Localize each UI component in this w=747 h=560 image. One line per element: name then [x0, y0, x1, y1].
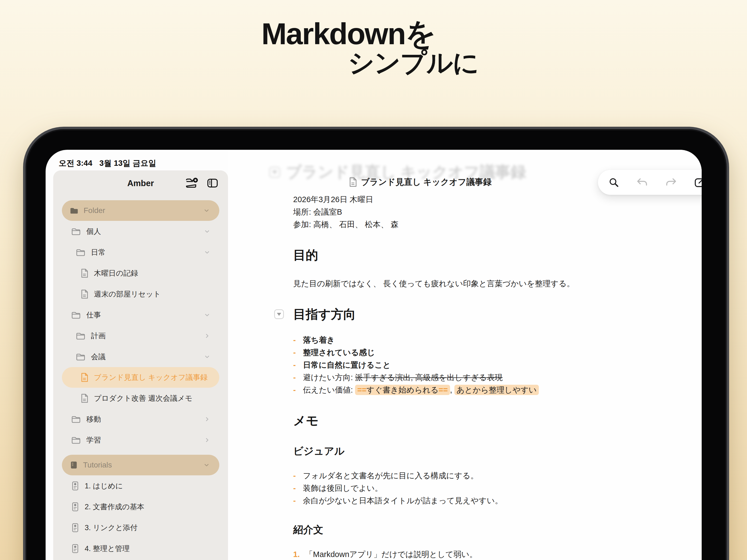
sidebar-item-label: 個人	[86, 226, 101, 236]
doc-meta-line: 参加: 高橋、 石田、 松本、 森	[293, 218, 649, 231]
document-icon	[80, 373, 88, 382]
sidebar-item-4. 整理と管理[interactable]: 4. 整理と管理	[53, 538, 228, 559]
chevron-down-icon	[204, 312, 211, 319]
sidebar-item-プロダクト改善 週次会議メモ[interactable]: プロダクト改善 週次会議メモ	[53, 388, 228, 408]
doc-list-item: -整理されている感じ	[293, 346, 649, 359]
doc-meta: 2026年3月26日 木曜日場所: 会議室B参加: 高橋、 石田、 松本、 森	[293, 193, 649, 231]
doc-list-item: -装飾は後回しでよい。	[293, 482, 649, 494]
sidebar-item-週末の部屋リセット[interactable]: 週末の部屋リセット	[53, 284, 228, 304]
sidebar-tree: Folder個人日常木曜日の記録週末の部屋リセット仕事計画会議ブランド見直し キ…	[53, 196, 228, 560]
sidebar-item-仕事[interactable]: 仕事	[53, 304, 228, 325]
sidebar-item-section-Tutorials[interactable]: Tutorials	[62, 455, 219, 475]
sidebar-toggle-icon[interactable]	[206, 177, 219, 189]
sidebar-item-label: 1. はじめに	[85, 481, 123, 491]
doc-bullet-list: -フォルダ名と文書名が先に目に入る構成にする。-装飾は後回しでよい。-余白が少な…	[293, 470, 649, 507]
bullet-dash: -	[293, 470, 296, 482]
bullet-dash: -	[293, 359, 296, 371]
sidebar-item-label: 仕事	[86, 310, 101, 320]
tutorial-doc-icon	[71, 481, 79, 491]
document-icon	[80, 268, 88, 278]
document-icon	[349, 177, 357, 187]
document-body[interactable]: 2026年3月26日 木曜日場所: 会議室B参加: 高橋、 石田、 松本、 森 …	[293, 193, 649, 560]
status-date: 3월 13일 금요일	[99, 158, 156, 169]
new-folder-icon[interactable]	[185, 177, 198, 189]
compose-button[interactable]	[694, 176, 702, 189]
editor-area[interactable]: ブランド見直し キックオフ議事録 ブランド見直し キックオフ議事録 2026年3…	[228, 150, 702, 560]
tutorial-doc-icon	[71, 523, 79, 533]
doc-heading: 紹介文	[293, 524, 649, 536]
redo-button[interactable]	[665, 177, 677, 188]
doc-list-item: -避けたい方向: 派手すぎる演出, 高級感を出しすぎる表現	[293, 371, 649, 384]
collapse-toggle-icon	[269, 167, 280, 178]
sidebar-item-label: プロダクト改善 週次会議メモ	[94, 393, 192, 403]
sidebar-item-木曜日の記録[interactable]: 木曜日の記録	[53, 263, 228, 284]
chevron-down-icon	[203, 207, 210, 214]
sidebar-item-label: 週末の部屋リセット	[94, 289, 161, 299]
sidebar-item-5. 検索とチュートリアル管理[interactable]: 5. 検索とチュートリアル管理	[53, 559, 228, 560]
sidebar-item-label: 計画	[91, 331, 106, 341]
ipad-device-frame: 오전 3:44 3월 13일 금요일 100% Amber	[23, 127, 729, 560]
hero-title-line2: シンプルに	[348, 46, 479, 81]
sidebar-item-label: ブランド見直し キックオフ議事録	[94, 373, 208, 382]
folder-icon	[71, 311, 81, 319]
folder-icon	[76, 331, 85, 340]
doc-heading: メモ	[293, 413, 649, 428]
sidebar-item-2. 文書作成の基本[interactable]: 2. 文書作成の基本	[53, 496, 228, 517]
sidebar-item-1. はじめに[interactable]: 1. はじめに	[53, 475, 228, 496]
sidebar: Amber	[53, 170, 228, 560]
sidebar-item-移動[interactable]: 移動	[53, 408, 228, 429]
sidebar-item-日常[interactable]: 日常	[53, 242, 228, 263]
tutorial-doc-icon	[71, 502, 79, 512]
search-button[interactable]	[608, 176, 620, 188]
chevron-right-icon	[204, 436, 211, 444]
sidebar-item-label: 3. リンクと添付	[85, 523, 138, 533]
folder-icon	[71, 415, 81, 424]
sidebar-item-3. リンクと添付[interactable]: 3. リンクと添付	[53, 517, 228, 538]
doc-list-item: -落ち着き	[293, 334, 649, 346]
bullet-dash: -	[293, 334, 296, 346]
list-number: 1.	[293, 548, 300, 560]
sidebar-item-section-Folder[interactable]: Folder	[62, 200, 219, 221]
bullet-dash: -	[293, 384, 296, 396]
doc-list-item: -伝えたい価値: ==すぐ書き始められる==, あとから整理しやすい	[293, 384, 649, 396]
doc-heading: 目的	[293, 247, 649, 263]
sidebar-item-学習[interactable]: 学習	[53, 429, 228, 450]
document-title: ブランド見直し キックオフ議事録	[361, 176, 492, 188]
sidebar-item-ブランド見直し キックオフ議事録[interactable]: ブランド見直し キックオフ議事録	[62, 367, 219, 388]
sidebar-item-計画[interactable]: 計画	[53, 325, 228, 346]
sidebar-item-label: Tutorials	[83, 461, 112, 470]
status-time: 오전 3:44	[59, 158, 92, 169]
doc-heading: ビジュアル	[293, 445, 649, 457]
sidebar-item-label: 2. 文書作成の基本	[85, 502, 145, 512]
sidebar-item-label: 会議	[91, 352, 106, 362]
chevron-down-icon	[204, 228, 211, 235]
sidebar-item-label: 日常	[91, 247, 106, 257]
chevron-down-icon	[203, 461, 210, 469]
folder-icon	[76, 248, 85, 257]
folder-filled-icon	[70, 207, 79, 215]
book-icon	[70, 461, 78, 470]
undo-button[interactable]	[636, 177, 648, 188]
chevron-right-icon	[204, 332, 211, 340]
bullet-dash: -	[293, 371, 296, 384]
chevron-down-icon	[204, 353, 211, 360]
sidebar-item-個人[interactable]: 個人	[53, 221, 228, 242]
sidebar-item-会議[interactable]: 会議	[53, 346, 228, 367]
doc-bullet-list: -落ち着き-整理されている感じ-日常に自然に置けること-避けたい方向: 派手すぎ…	[293, 334, 649, 396]
bullet-dash: -	[293, 494, 296, 507]
doc-meta-line: 2026年3月26日 木曜日	[293, 193, 649, 206]
doc-list-item: 1.「Markdownアプリ」だけでは説明として弱い。	[293, 548, 649, 560]
sidebar-item-label: Folder	[84, 206, 105, 215]
chevron-down-icon	[204, 249, 211, 256]
document-icon	[80, 289, 88, 299]
doc-paragraph: 見た目の刷新ではなく、 長く使っても疲れない印象と言葉づかいを整理する。	[293, 277, 649, 290]
highlighted-text: あとから整理しやすい	[455, 385, 539, 395]
bullet-dash: -	[293, 346, 296, 359]
bullet-dash: -	[293, 482, 296, 494]
document-header: ブランド見直し キックオフ議事録	[228, 176, 612, 188]
tutorial-doc-icon	[71, 543, 79, 554]
toolbar	[598, 170, 702, 195]
document-icon	[80, 393, 88, 403]
heading-collapse-button[interactable]	[274, 309, 284, 319]
sidebar-item-label: 木曜日の記録	[94, 268, 138, 278]
